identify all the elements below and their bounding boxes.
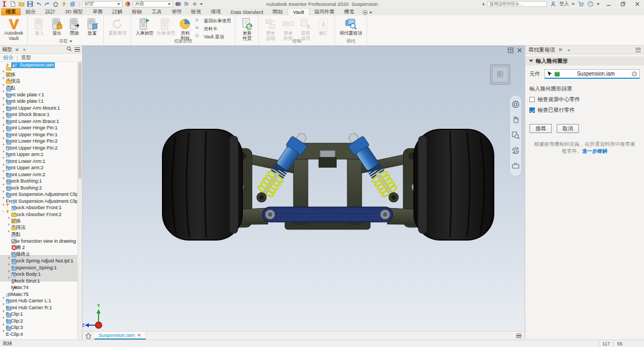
ribbon-tab-vault[interactable]: Vault xyxy=(288,8,309,15)
collapse-icon[interactable]: - xyxy=(1,209,6,214)
vault-logo-button[interactable]: Autodesk Vault xyxy=(3,16,25,42)
expand-icon[interactable]: + xyxy=(1,109,6,114)
parameters-fx-button[interactable]: fx xyxy=(183,1,190,7)
expand-icon[interactable]: + xyxy=(1,115,6,121)
expand-icon[interactable]: + xyxy=(1,328,6,334)
panel-add-tab-icon[interactable]: ＋ xyxy=(566,46,571,54)
component-field[interactable]: Suspension.iam xyxy=(544,69,640,79)
qat-customize-caret[interactable] xyxy=(200,3,203,5)
ribbon-tab-協同作業[interactable]: 協同作業 xyxy=(309,8,339,15)
expand-icon[interactable]: + xyxy=(1,82,6,88)
zoom-icon[interactable] xyxy=(511,131,520,141)
tree-scrollbar[interactable] xyxy=(77,62,82,340)
undo-checkout-button[interactable]: 還回出庫使用 xyxy=(194,18,232,25)
ribbon-tab-註解[interactable]: 註解 xyxy=(108,8,127,15)
expand-icon[interactable]: + xyxy=(1,295,6,301)
expand-icon[interactable]: + xyxy=(1,182,6,187)
appearance-color-icon[interactable] xyxy=(175,1,182,7)
add-command-icon[interactable] xyxy=(191,1,198,7)
document-tab[interactable]: Suspension.iam✕ xyxy=(94,332,146,340)
open-folder-icon[interactable] xyxy=(18,1,25,7)
ribbon-group-label[interactable]: 存取 xyxy=(28,38,103,45)
panel-close-icon[interactable]: ✕ xyxy=(558,47,563,53)
check-in-button[interactable]: 入庫納管 xyxy=(134,16,155,37)
expand-icon[interactable]: + xyxy=(1,149,6,154)
expand-icon[interactable]: + xyxy=(1,202,6,208)
doc-tabs-menu-icon[interactable] xyxy=(516,334,521,338)
expand-icon[interactable]: + xyxy=(1,129,6,134)
undo-icon[interactable] xyxy=(35,1,42,7)
material-color-icon[interactable] xyxy=(124,1,131,7)
expand-icon[interactable]: + xyxy=(1,142,6,147)
viewport-close-icon[interactable] xyxy=(517,47,523,54)
expand-icon[interactable]: + xyxy=(1,89,6,94)
tree-item[interactable]: +E-Clip:4 xyxy=(0,328,82,335)
view-cube-face-label[interactable]: 前 xyxy=(496,70,504,79)
expand-icon[interactable]: + xyxy=(1,136,6,141)
check-content-center-checkbox[interactable]: 檢查資源中心零件 xyxy=(525,94,644,105)
redo-icon[interactable] xyxy=(44,1,51,7)
ribbon-tab-data-standard[interactable]: Data Standard xyxy=(226,8,268,15)
chevron-down-icon[interactable] xyxy=(572,3,575,5)
check-released-parts-checkbox[interactable]: 檢查已發行零件 xyxy=(525,105,644,115)
close-icon[interactable]: ✕ xyxy=(137,333,142,338)
expand-icon[interactable]: + xyxy=(6,262,11,267)
ribbon-tab-環境[interactable]: 環境 xyxy=(206,8,226,15)
expand-icon[interactable]: + xyxy=(1,176,6,181)
save-icon[interactable] xyxy=(27,1,34,7)
help-icon[interactable]: ? xyxy=(587,1,594,7)
expand-icon[interactable]: + xyxy=(6,222,11,227)
expand-icon[interactable]: + xyxy=(6,275,11,280)
sign-out-button[interactable]: 登出 xyxy=(48,16,66,37)
navigation-wheel-icon[interactable] xyxy=(511,100,520,110)
ribbon-tab-3d-模型[interactable]: 3D 模型 xyxy=(60,8,88,15)
expand-icon[interactable]: + xyxy=(1,122,6,128)
expand-icon[interactable]: + xyxy=(1,322,6,327)
ribbon-tab-組合[interactable]: 組合 xyxy=(21,8,40,15)
browser-subtab-modeling[interactable]: 造型 xyxy=(21,54,31,61)
ribbon-tab-開始[interactable]: 開始 xyxy=(268,8,288,15)
search-expand-caret[interactable] xyxy=(482,3,484,6)
new-document-icon[interactable] xyxy=(10,1,17,7)
viewport-restore-icon[interactable] xyxy=(508,47,513,54)
expand-icon[interactable]: + xyxy=(6,216,11,221)
expand-icon[interactable]: + xyxy=(1,155,6,161)
ribbon-tab-草圖[interactable]: 草圖 xyxy=(88,8,108,15)
clear-icon[interactable] xyxy=(631,71,638,77)
viewport-canvas[interactable]: Y Z 前 xyxy=(83,46,525,331)
view-cube[interactable]: 前 xyxy=(490,64,510,85)
panel-menu-icon[interactable] xyxy=(75,47,80,52)
pan-icon[interactable] xyxy=(511,115,520,125)
input-geometry-section-header[interactable]: 輸入幾何圖形 xyxy=(525,56,644,65)
model-panel-add-tab-icon[interactable]: ＋ xyxy=(22,46,27,53)
expand-icon[interactable]: + xyxy=(1,96,6,101)
ribbon-tab-檢驗[interactable]: 檢驗 xyxy=(127,8,147,15)
expand-icon[interactable]: + xyxy=(1,309,6,314)
search-icon[interactable] xyxy=(67,46,72,53)
expand-icon[interactable]: + xyxy=(1,189,6,194)
expand-icon[interactable]: + xyxy=(1,315,6,320)
expand-icon[interactable]: + xyxy=(1,162,6,168)
appearance-dropdown[interactable]: 外觀 xyxy=(133,1,173,7)
learn-more-link[interactable]: 進一步瞭解 xyxy=(582,148,608,154)
home-icon[interactable] xyxy=(83,332,94,340)
app-store-cart-icon[interactable] xyxy=(577,1,584,7)
expand-icon[interactable]: + xyxy=(6,269,11,274)
ribbon-tab-管理[interactable]: 管理 xyxy=(167,8,186,15)
restore-button[interactable] xyxy=(617,1,629,7)
expand-icon[interactable]: + xyxy=(1,169,6,174)
selected-tree-item[interactable]: Suspension.iam xyxy=(11,62,55,68)
data-card-button[interactable]: 資料卡 xyxy=(194,26,232,33)
find-duplicates-button[interactable]: 尋找重複項 xyxy=(338,16,364,37)
ribbon-tab-檔案[interactable]: 檔案 xyxy=(1,8,21,15)
expand-icon[interactable]: + xyxy=(1,69,6,75)
ribbon-tab-設計[interactable]: 設計 xyxy=(40,8,60,15)
help-search-input[interactable] xyxy=(487,1,547,7)
material-dropdown[interactable]: 材質 xyxy=(82,1,123,7)
model-panel-tab[interactable]: 模型 xyxy=(2,46,12,53)
checkbox[interactable] xyxy=(529,97,535,102)
open-button[interactable]: 開啟 xyxy=(66,16,83,37)
expand-icon[interactable]: + xyxy=(6,229,11,234)
find-duplicates-tab[interactable]: 尋找重複項 xyxy=(528,46,555,54)
browser-subtab-assembly[interactable]: 組合 xyxy=(3,54,13,61)
